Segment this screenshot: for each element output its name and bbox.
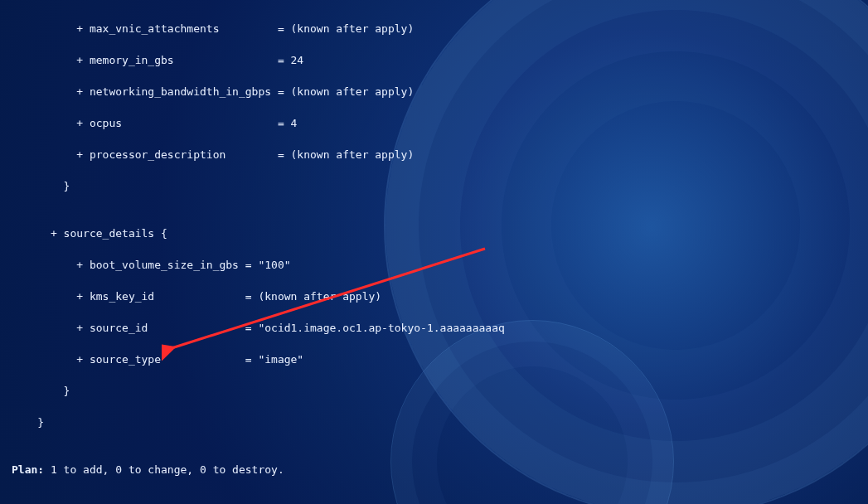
shape-line: + source_type = "image" [12,351,856,367]
shape-line: + max_vnic_attachments = (known after ap… [12,21,856,36]
shape-line: + kms_key_id = (known after apply) [12,288,856,304]
shape-line: + source_id = "ocid1.image.oc1.ap-tokyo-… [12,320,856,336]
shape-line: } [12,178,856,194]
terminal-output: + max_vnic_attachments = (known after ap… [12,5,856,504]
shape-line: + boot_volume_size_in_gbs = "100" [12,257,856,273]
shape-line: + source_details { [12,225,856,241]
shape-line: + memory_in_gbs = 24 [12,52,856,68]
shape-line: } [12,414,856,430]
plan-line: Plan: 1 to add, 0 to change, 0 to destro… [12,462,856,477]
plan-text: 1 to add, 0 to change, 0 to destroy. [44,463,284,476]
shape-line: + ocpus = 4 [12,115,856,131]
blank-line [12,493,856,504]
shape-line: + processor_description = (known after a… [12,147,856,162]
shape-line: } [12,383,856,399]
plan-label: Plan: [12,463,44,476]
shape-line: + networking_bandwidth_in_gbps = (known … [12,84,856,99]
